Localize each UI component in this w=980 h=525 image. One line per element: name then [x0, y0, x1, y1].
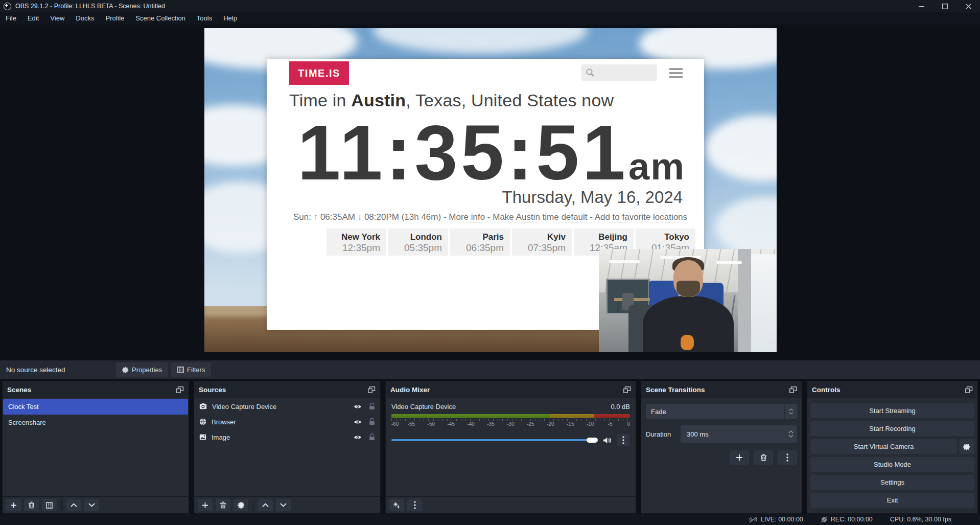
camera-icon — [199, 403, 207, 409]
city-card: New York12:35pm — [326, 229, 386, 256]
transition-selected-value: Fade — [646, 408, 784, 416]
menu-bar: File Edit View Docks Profile Scene Colle… — [0, 12, 980, 25]
lock-icon[interactable] — [369, 418, 375, 425]
menu-file[interactable]: File — [0, 12, 22, 25]
popout-icon[interactable] — [368, 386, 376, 393]
volume-slider[interactable] — [391, 439, 598, 441]
duration-spinbox[interactable]: 300 ms — [681, 425, 797, 443]
transition-select[interactable]: Fade — [646, 404, 797, 419]
start-recording-button[interactable]: Start Recording — [810, 421, 974, 436]
preview-canvas[interactable]: TIME.IS Time in Austin, Texas, United St… — [204, 28, 777, 352]
timeis-sun-line: Sun: ↑ 06:35AM ↓ 08:20PM (13h 46m) - Mor… — [293, 212, 687, 222]
controls-panel: Controls Start Streaming Start Recording… — [807, 381, 978, 514]
trash-icon — [220, 501, 226, 509]
title-bar[interactable]: OBS 29.1.2 - Profile: LLHLS BETA - Scene… — [0, 0, 980, 12]
settings-button[interactable]: Settings — [810, 475, 974, 490]
maximize-button[interactable] — [933, 0, 956, 12]
gear-icon — [122, 367, 129, 373]
start-virtual-camera-button[interactable]: Start Virtual Camera — [810, 439, 957, 454]
scene-item-clock-test[interactable]: Clock Test — [3, 399, 188, 415]
more-info-link: More info — [449, 212, 485, 222]
remove-scene-button[interactable] — [24, 499, 39, 511]
transition-menu-button[interactable] — [778, 450, 797, 465]
obs-logo-icon — [4, 3, 11, 10]
chevron-down-icon — [280, 503, 287, 507]
popout-icon[interactable] — [623, 386, 631, 393]
lock-icon[interactable] — [369, 403, 375, 410]
plus-icon — [10, 502, 17, 509]
audio-mixer-title: Audio Mixer — [390, 386, 430, 394]
popout-icon[interactable] — [176, 386, 184, 393]
make-default-link: Make Austin time default — [493, 212, 587, 222]
menu-scene-collection[interactable]: Scene Collection — [130, 12, 191, 25]
gear-icon — [238, 501, 245, 509]
source-properties-button[interactable] — [234, 499, 248, 511]
record-inactive-icon — [821, 516, 828, 523]
add-source-button[interactable] — [198, 499, 213, 511]
hamburger-menu-icon — [669, 68, 683, 80]
visibility-eye-icon[interactable] — [354, 404, 362, 409]
source-row-video-capture[interactable]: Video Capture Device — [194, 399, 380, 414]
gears-icon — [393, 501, 401, 509]
globe-icon — [199, 418, 206, 425]
minimize-button[interactable] — [909, 0, 933, 12]
popout-icon[interactable] — [789, 386, 797, 393]
move-scene-up-button[interactable] — [66, 499, 81, 511]
menu-tools[interactable]: Tools — [191, 12, 218, 25]
scene-filters-button[interactable] — [42, 499, 57, 511]
exit-button[interactable]: Exit — [810, 493, 974, 508]
sources-panel: Sources Video Capture Device — [194, 381, 381, 514]
filters-icon — [177, 367, 184, 373]
duration-label: Duration — [646, 430, 675, 438]
select-chevrons-icon — [784, 404, 797, 419]
volume-slider-handle[interactable] — [587, 438, 598, 443]
search-icon — [586, 68, 595, 77]
remove-source-button[interactable] — [216, 499, 230, 511]
timeis-logo: TIME.IS — [289, 61, 349, 85]
mixer-db-value: 0.0 dB — [611, 403, 630, 410]
filters-button[interactable]: Filters — [171, 362, 211, 377]
popout-icon[interactable] — [965, 386, 973, 393]
preview-workspace: TIME.IS Time in Austin, Texas, United St… — [0, 25, 980, 358]
duration-value: 300 ms — [681, 430, 784, 438]
chevron-up-icon — [262, 503, 269, 507]
speaker-icon[interactable] — [603, 437, 612, 444]
mixer-channel-menu-button[interactable] — [617, 434, 630, 446]
source-row-image[interactable]: Image — [194, 429, 380, 445]
visibility-eye-icon[interactable] — [354, 419, 362, 425]
scene-item-screenshare[interactable]: Screenshare — [3, 415, 188, 430]
clock-ampm: am — [628, 145, 685, 188]
move-scene-down-button[interactable] — [84, 499, 99, 511]
menu-help[interactable]: Help — [218, 12, 243, 25]
studio-mode-button[interactable]: Studio Mode — [810, 457, 974, 472]
spin-chevrons-icon[interactable] — [784, 425, 797, 443]
no-source-selected-label: No source selected — [6, 366, 65, 374]
favorite-link: Add to favorite locations — [595, 212, 687, 222]
volume-meter — [391, 414, 630, 418]
add-transition-button[interactable] — [730, 450, 749, 465]
move-source-down-button[interactable] — [276, 499, 291, 511]
remove-transition-button[interactable] — [754, 450, 773, 465]
virtual-camera-settings-button[interactable] — [959, 439, 974, 454]
city-card: London05:35pm — [388, 229, 448, 256]
move-source-up-button[interactable] — [258, 499, 273, 511]
advanced-audio-button[interactable] — [389, 499, 404, 511]
status-bar: LIVE: 00:00:00 REC: 00:00:00 CPU: 0.6%, … — [0, 514, 980, 525]
cpu-fps-status: CPU: 0.6%, 30.00 fps — [890, 516, 951, 523]
webcam-window — [750, 254, 777, 352]
menu-edit[interactable]: Edit — [22, 12, 44, 25]
source-row-browser[interactable]: Browser — [194, 414, 380, 429]
properties-button[interactable]: Properties — [116, 362, 168, 377]
lock-icon[interactable] — [369, 433, 375, 441]
start-streaming-button[interactable]: Start Streaming — [810, 403, 974, 418]
timeis-date: Thursday, May 16, 2024 — [502, 188, 683, 207]
source-label: Video Capture Device — [212, 403, 276, 410]
mixer-menu-button[interactable] — [407, 499, 422, 511]
close-button[interactable] — [956, 0, 980, 12]
menu-docks[interactable]: Docks — [70, 12, 100, 25]
gear-icon — [963, 443, 970, 450]
add-scene-button[interactable] — [6, 499, 21, 511]
menu-view[interactable]: View — [44, 12, 70, 25]
visibility-eye-icon[interactable] — [354, 435, 362, 440]
menu-profile[interactable]: Profile — [100, 12, 130, 25]
